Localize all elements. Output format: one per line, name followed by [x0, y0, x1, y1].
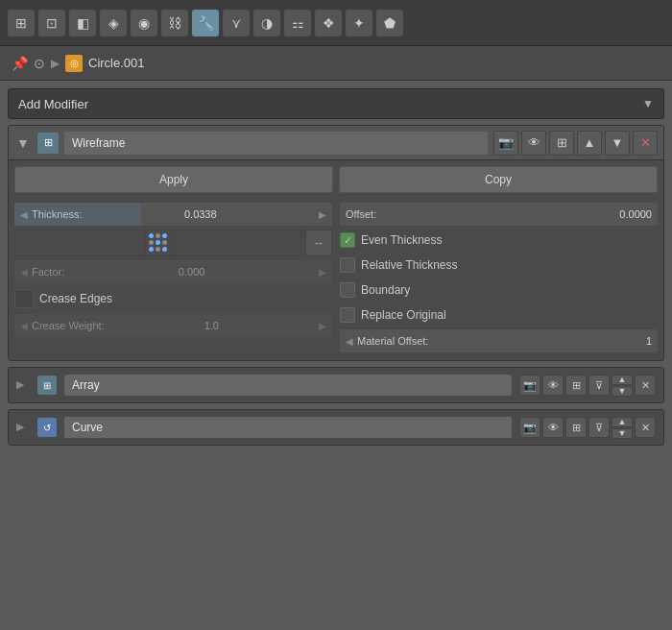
- vd5: [156, 240, 160, 245]
- curve-camera-icon[interactable]: 📷: [519, 417, 540, 438]
- curve-reorder-btns: ▲ ▼: [612, 417, 633, 439]
- vertex-group-row: ↔: [14, 230, 332, 256]
- array-move-up[interactable]: ▲: [612, 375, 633, 385]
- array-type-icon: ⊞: [37, 376, 57, 395]
- toolbar-icon-2[interactable]: ◧: [69, 10, 96, 36]
- array-close-btn[interactable]: ✕: [635, 375, 656, 396]
- factor-field: ◀ Factor: 0.000 ▶: [14, 260, 332, 283]
- wireframe-mod-actions: Apply Copy: [9, 160, 663, 199]
- breadcrumb-separator: ▶: [51, 57, 60, 70]
- toolbar-icon-10[interactable]: ❖: [315, 10, 342, 36]
- vertex-icon-container: [14, 230, 301, 256]
- curve-toggle[interactable]: ▶: [16, 421, 30, 434]
- even-thickness-label: Even Thickness: [361, 233, 443, 247]
- array-filter-icon[interactable]: ⊽: [588, 375, 610, 396]
- array-header-actions: 📷 👁 ⊞ ⊽ ▲ ▼ ✕: [519, 375, 656, 397]
- material-offset-label: Material Offset:: [357, 335, 428, 347]
- material-offset-field[interactable]: ◀ Material Offset: 1: [340, 329, 658, 352]
- material-offset-value: 1: [646, 335, 652, 347]
- toolbar-icon-6[interactable]: 🔧: [192, 10, 219, 36]
- curve-render-icon[interactable]: ⊞: [565, 417, 587, 438]
- curve-type-icon: ↺: [37, 418, 57, 437]
- crease-weight-field: ◀ Crease Weight: 1.0 ▶: [14, 314, 332, 337]
- toolbar-icon-9[interactable]: ⚏: [284, 10, 311, 36]
- array-toggle[interactable]: ▶: [16, 378, 30, 392]
- wireframe-name-input[interactable]: [64, 132, 488, 155]
- wireframe-move-down-btn[interactable]: ▼: [605, 131, 630, 156]
- replace-original-row: Replace Original: [340, 304, 658, 326]
- vd2: [156, 233, 160, 238]
- crease-weight-label: Crease Weight:: [32, 320, 105, 331]
- array-modifier-panel: ▶ ⊞ 📷 👁 ⊞ ⊽ ▲ ▼ ✕: [8, 367, 664, 403]
- relative-thickness-label: Relative Thickness: [361, 258, 458, 272]
- breadcrumb-object: ◎ Circle.001: [65, 55, 145, 72]
- object-type-icon: ◎: [65, 55, 83, 72]
- wireframe-move-up-btn[interactable]: ▲: [577, 131, 602, 156]
- array-name-input[interactable]: [64, 375, 512, 396]
- wireframe-render-icon[interactable]: ⊞: [549, 131, 574, 156]
- mat-offset-left-arrow[interactable]: ◀: [346, 336, 353, 347]
- offset-field[interactable]: Offset: 0.0000: [340, 203, 658, 226]
- vertex-lr-arrows[interactable]: ↔: [305, 230, 332, 256]
- array-camera-icon[interactable]: 📷: [519, 375, 540, 396]
- wireframe-header-actions: 📷 👁 ⊞ ▲ ▼ ✕: [493, 131, 658, 156]
- crease-weight-right-arrow: ▶: [319, 321, 326, 331]
- toolbar-icon-3[interactable]: ◈: [100, 10, 127, 36]
- crease-edges-row: Crease Edges: [14, 287, 332, 310]
- crease-edges-checkbox[interactable]: [14, 289, 34, 308]
- add-modifier-label: Add Modifier: [18, 97, 88, 111]
- curve-modifier-panel: ▶ ↺ 📷 👁 ⊞ ⊽ ▲ ▼ ✕: [8, 409, 664, 446]
- vertex-group-icon: [145, 230, 172, 256]
- relative-thickness-row: Relative Thickness: [340, 254, 658, 276]
- curve-eye-icon[interactable]: 👁: [542, 417, 564, 438]
- wireframe-modifier-panel: ▼ ⊞ 📷 👁 ⊞ ▲ ▼ ✕ Apply Copy: [8, 125, 664, 361]
- curve-name-input[interactable]: [64, 417, 512, 438]
- toolbar-icon-1[interactable]: ⊡: [38, 10, 65, 36]
- curve-close-btn[interactable]: ✕: [635, 417, 656, 438]
- vd1: [149, 233, 154, 238]
- replace-original-checkbox[interactable]: [340, 307, 355, 323]
- array-move-down[interactable]: ▼: [612, 386, 633, 397]
- copy-button[interactable]: Copy: [339, 166, 658, 193]
- toolbar-icon-7[interactable]: ⋎: [223, 10, 250, 36]
- toolbar-icon-4[interactable]: ◉: [131, 10, 157, 36]
- toolbar-icon-11[interactable]: ✦: [346, 10, 372, 36]
- thickness-value: 0.0338: [184, 208, 217, 220]
- array-reorder-btns: ▲ ▼: [612, 375, 633, 397]
- toolbar-icon-12[interactable]: ⬟: [376, 10, 403, 36]
- pin-icon[interactable]: 📌: [12, 56, 28, 71]
- curve-filter-icon[interactable]: ⊽: [588, 417, 610, 438]
- vd6: [162, 240, 167, 245]
- even-thickness-row: Even Thickness: [340, 230, 658, 251]
- wireframe-mod-body: ◀ Thickness: 0.0338 ▶: [9, 199, 663, 360]
- relative-thickness-checkbox[interactable]: [340, 257, 355, 273]
- thickness-field[interactable]: ◀ Thickness: 0.0338 ▶: [14, 203, 332, 226]
- add-modifier-bar[interactable]: Add Modifier ▼: [8, 88, 664, 119]
- array-render-icon[interactable]: ⊞: [565, 375, 587, 396]
- properties-panel: Add Modifier ▼ ▼ ⊞ 📷 👁 ⊞ ▲ ▼ ✕ Apply Cop…: [0, 81, 672, 453]
- factor-right-arrow: ▶: [319, 267, 326, 278]
- wireframe-type-icon: ⊞: [37, 133, 59, 154]
- toolbar-icon-5[interactable]: ⛓: [161, 10, 188, 36]
- even-thickness-checkbox[interactable]: [340, 232, 355, 248]
- wireframe-modifier-header: ▼ ⊞ 📷 👁 ⊞ ▲ ▼ ✕: [9, 126, 663, 160]
- wireframe-camera-icon[interactable]: 📷: [493, 131, 518, 156]
- array-eye-icon[interactable]: 👁: [542, 375, 564, 396]
- wireframe-toggle[interactable]: ▼: [14, 134, 32, 152]
- curve-move-up[interactable]: ▲: [612, 417, 633, 427]
- add-modifier-dropdown-icon: ▼: [642, 97, 654, 110]
- boundary-row: Boundary: [340, 279, 658, 301]
- apply-button[interactable]: Apply: [14, 166, 333, 193]
- toolbar-icon-8[interactable]: ◑: [253, 10, 280, 36]
- wireframe-close-btn[interactable]: ✕: [633, 131, 658, 156]
- vd3: [162, 233, 167, 238]
- factor-left-arrow: ◀: [20, 267, 28, 278]
- toolbar-icon-0[interactable]: ⊞: [8, 10, 35, 36]
- vd4: [149, 240, 154, 245]
- thickness-right-arrow[interactable]: ▶: [319, 209, 326, 220]
- boundary-checkbox[interactable]: [340, 282, 355, 298]
- curve-move-down[interactable]: ▼: [612, 428, 633, 439]
- curve-header-actions: 📷 👁 ⊞ ⊽ ▲ ▼ ✕: [519, 417, 656, 439]
- wireframe-eye-icon[interactable]: 👁: [521, 131, 546, 156]
- context-icon[interactable]: ⊙: [34, 56, 45, 71]
